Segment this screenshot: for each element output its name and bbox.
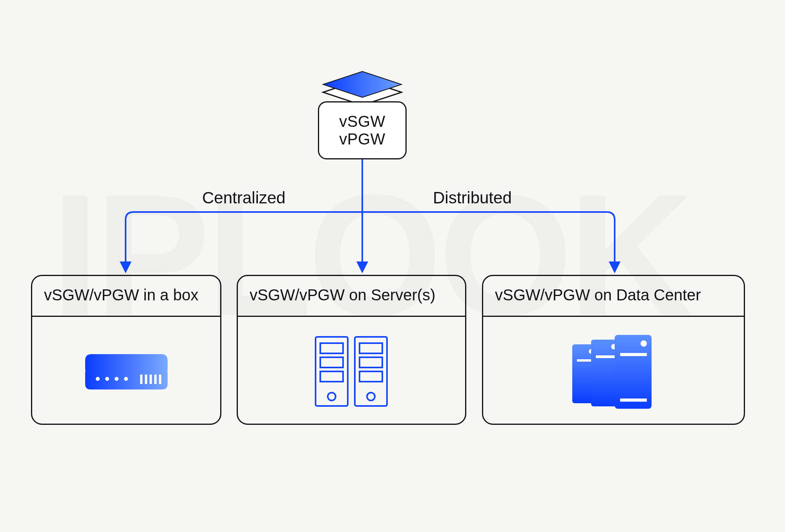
svg-rect-27 [615,335,652,409]
svg-rect-23 [577,359,593,362]
card-on-datacenter: vSGW/vPGW on Data Center [482,275,745,425]
svg-rect-19 [360,371,382,382]
servers-icon [312,335,391,409]
svg-point-28 [641,340,647,347]
svg-rect-14 [320,371,343,382]
edge-label-centralized: Centralized [202,188,285,207]
top-node-line2: vPGW [339,130,385,148]
svg-rect-6 [140,375,142,384]
svg-rect-10 [159,375,161,384]
cube-lid-icon [319,71,405,106]
card-on-servers: vSGW/vPGW on Server(s) [237,275,466,425]
top-node-line1: vSGW [339,113,385,130]
svg-rect-17 [360,343,382,353]
svg-rect-13 [320,357,343,367]
datacenter-towers-icon [568,333,659,411]
card-title: vSGW/vPGW in a box [32,276,220,317]
top-node: vSGW vPGW [318,101,407,159]
svg-rect-7 [145,375,147,384]
svg-rect-8 [150,375,152,384]
svg-rect-26 [596,355,615,358]
card-title: vSGW/vPGW on Server(s) [238,276,465,317]
svg-point-4 [115,377,119,381]
svg-point-5 [124,377,128,381]
svg-rect-12 [320,343,343,353]
card-body [238,317,465,427]
svg-rect-18 [360,357,382,367]
svg-point-15 [328,393,336,400]
svg-rect-29 [620,353,647,356]
svg-point-2 [96,377,100,381]
svg-rect-9 [154,375,157,384]
svg-rect-30 [620,399,647,402]
card-body [32,317,220,427]
card-body [483,317,744,427]
card-title: vSGW/vPGW on Data Center [483,276,744,317]
diagram-canvas: IPLOOK [0,0,785,532]
appliance-box-icon [81,350,172,393]
svg-point-20 [367,393,375,400]
svg-point-3 [105,377,109,381]
card-in-a-box: vSGW/vPGW in a box [31,275,221,425]
edge-label-distributed: Distributed [433,188,512,207]
